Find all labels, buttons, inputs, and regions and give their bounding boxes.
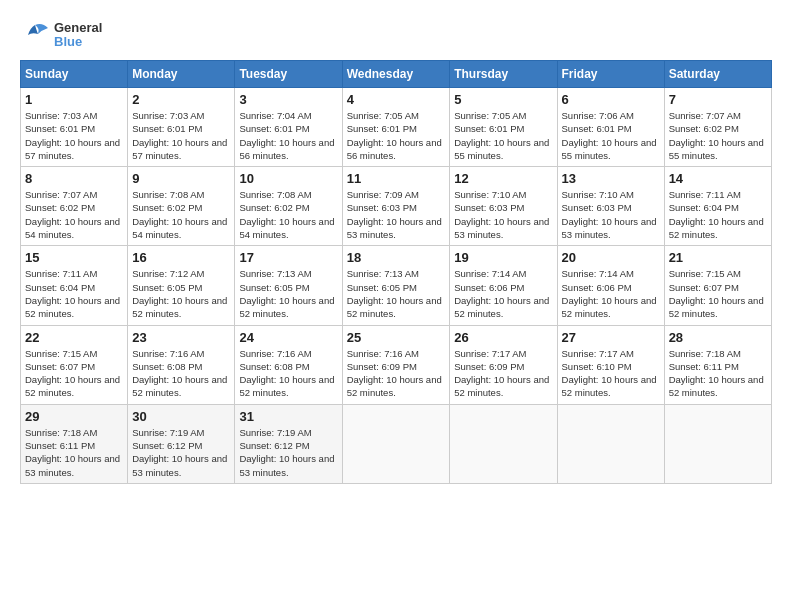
day-number: 7 (669, 92, 767, 107)
calendar-cell: 27Sunrise: 7:17 AMSunset: 6:10 PMDayligh… (557, 325, 664, 404)
day-info: Sunrise: 7:19 AMSunset: 6:12 PMDaylight:… (132, 426, 230, 479)
day-number: 11 (347, 171, 446, 186)
day-number: 3 (239, 92, 337, 107)
day-number: 6 (562, 92, 660, 107)
calendar-cell: 5Sunrise: 7:05 AMSunset: 6:01 PMDaylight… (450, 88, 557, 167)
day-number: 1 (25, 92, 123, 107)
day-info: Sunrise: 7:04 AMSunset: 6:01 PMDaylight:… (239, 109, 337, 162)
day-info: Sunrise: 7:12 AMSunset: 6:05 PMDaylight:… (132, 267, 230, 320)
weekday-header: Thursday (450, 61, 557, 88)
calendar-cell: 9Sunrise: 7:08 AMSunset: 6:02 PMDaylight… (128, 167, 235, 246)
day-info: Sunrise: 7:14 AMSunset: 6:06 PMDaylight:… (454, 267, 552, 320)
day-number: 14 (669, 171, 767, 186)
calendar-cell (557, 404, 664, 483)
day-number: 15 (25, 250, 123, 265)
weekday-header: Sunday (21, 61, 128, 88)
calendar-cell: 20Sunrise: 7:14 AMSunset: 6:06 PMDayligh… (557, 246, 664, 325)
day-number: 27 (562, 330, 660, 345)
calendar-cell: 28Sunrise: 7:18 AMSunset: 6:11 PMDayligh… (664, 325, 771, 404)
day-info: Sunrise: 7:18 AMSunset: 6:11 PMDaylight:… (25, 426, 123, 479)
calendar-cell: 24Sunrise: 7:16 AMSunset: 6:08 PMDayligh… (235, 325, 342, 404)
day-info: Sunrise: 7:13 AMSunset: 6:05 PMDaylight:… (239, 267, 337, 320)
day-info: Sunrise: 7:03 AMSunset: 6:01 PMDaylight:… (132, 109, 230, 162)
calendar-cell: 8Sunrise: 7:07 AMSunset: 6:02 PMDaylight… (21, 167, 128, 246)
day-number: 29 (25, 409, 123, 424)
day-info: Sunrise: 7:16 AMSunset: 6:09 PMDaylight:… (347, 347, 446, 400)
day-number: 13 (562, 171, 660, 186)
weekday-header: Saturday (664, 61, 771, 88)
day-info: Sunrise: 7:17 AMSunset: 6:09 PMDaylight:… (454, 347, 552, 400)
logo-bird-icon (20, 20, 50, 50)
day-info: Sunrise: 7:09 AMSunset: 6:03 PMDaylight:… (347, 188, 446, 241)
day-number: 18 (347, 250, 446, 265)
calendar-cell: 30Sunrise: 7:19 AMSunset: 6:12 PMDayligh… (128, 404, 235, 483)
calendar-cell (664, 404, 771, 483)
day-info: Sunrise: 7:07 AMSunset: 6:02 PMDaylight:… (25, 188, 123, 241)
calendar-cell: 23Sunrise: 7:16 AMSunset: 6:08 PMDayligh… (128, 325, 235, 404)
day-info: Sunrise: 7:11 AMSunset: 6:04 PMDaylight:… (25, 267, 123, 320)
weekday-header: Tuesday (235, 61, 342, 88)
calendar-cell: 12Sunrise: 7:10 AMSunset: 6:03 PMDayligh… (450, 167, 557, 246)
calendar-cell: 22Sunrise: 7:15 AMSunset: 6:07 PMDayligh… (21, 325, 128, 404)
day-number: 10 (239, 171, 337, 186)
weekday-header: Wednesday (342, 61, 450, 88)
calendar-week-row: 1Sunrise: 7:03 AMSunset: 6:01 PMDaylight… (21, 88, 772, 167)
day-number: 5 (454, 92, 552, 107)
logo-text-line1: General (54, 21, 102, 35)
calendar-cell: 1Sunrise: 7:03 AMSunset: 6:01 PMDaylight… (21, 88, 128, 167)
day-number: 9 (132, 171, 230, 186)
day-number: 26 (454, 330, 552, 345)
day-info: Sunrise: 7:16 AMSunset: 6:08 PMDaylight:… (132, 347, 230, 400)
logo-text-line2: Blue (54, 35, 102, 49)
day-info: Sunrise: 7:15 AMSunset: 6:07 PMDaylight:… (25, 347, 123, 400)
calendar-cell: 29Sunrise: 7:18 AMSunset: 6:11 PMDayligh… (21, 404, 128, 483)
day-info: Sunrise: 7:05 AMSunset: 6:01 PMDaylight:… (454, 109, 552, 162)
calendar-cell: 19Sunrise: 7:14 AMSunset: 6:06 PMDayligh… (450, 246, 557, 325)
day-number: 8 (25, 171, 123, 186)
day-info: Sunrise: 7:17 AMSunset: 6:10 PMDaylight:… (562, 347, 660, 400)
day-info: Sunrise: 7:19 AMSunset: 6:12 PMDaylight:… (239, 426, 337, 479)
day-number: 25 (347, 330, 446, 345)
calendar-cell: 16Sunrise: 7:12 AMSunset: 6:05 PMDayligh… (128, 246, 235, 325)
day-number: 22 (25, 330, 123, 345)
logo: General Blue (20, 20, 102, 50)
day-number: 20 (562, 250, 660, 265)
day-info: Sunrise: 7:10 AMSunset: 6:03 PMDaylight:… (454, 188, 552, 241)
calendar-cell: 6Sunrise: 7:06 AMSunset: 6:01 PMDaylight… (557, 88, 664, 167)
day-info: Sunrise: 7:08 AMSunset: 6:02 PMDaylight:… (132, 188, 230, 241)
day-number: 31 (239, 409, 337, 424)
calendar-cell: 4Sunrise: 7:05 AMSunset: 6:01 PMDaylight… (342, 88, 450, 167)
day-info: Sunrise: 7:14 AMSunset: 6:06 PMDaylight:… (562, 267, 660, 320)
day-info: Sunrise: 7:06 AMSunset: 6:01 PMDaylight:… (562, 109, 660, 162)
day-number: 2 (132, 92, 230, 107)
day-info: Sunrise: 7:10 AMSunset: 6:03 PMDaylight:… (562, 188, 660, 241)
calendar-cell: 2Sunrise: 7:03 AMSunset: 6:01 PMDaylight… (128, 88, 235, 167)
day-number: 30 (132, 409, 230, 424)
calendar-cell: 15Sunrise: 7:11 AMSunset: 6:04 PMDayligh… (21, 246, 128, 325)
calendar-header-row: SundayMondayTuesdayWednesdayThursdayFrid… (21, 61, 772, 88)
calendar-cell (450, 404, 557, 483)
calendar-cell: 13Sunrise: 7:10 AMSunset: 6:03 PMDayligh… (557, 167, 664, 246)
page-header: General Blue (20, 20, 772, 50)
day-info: Sunrise: 7:13 AMSunset: 6:05 PMDaylight:… (347, 267, 446, 320)
day-info: Sunrise: 7:08 AMSunset: 6:02 PMDaylight:… (239, 188, 337, 241)
day-info: Sunrise: 7:15 AMSunset: 6:07 PMDaylight:… (669, 267, 767, 320)
day-number: 28 (669, 330, 767, 345)
calendar-cell: 3Sunrise: 7:04 AMSunset: 6:01 PMDaylight… (235, 88, 342, 167)
day-number: 23 (132, 330, 230, 345)
day-number: 21 (669, 250, 767, 265)
day-info: Sunrise: 7:07 AMSunset: 6:02 PMDaylight:… (669, 109, 767, 162)
logo-container: General Blue (20, 20, 102, 50)
weekday-header: Friday (557, 61, 664, 88)
day-number: 19 (454, 250, 552, 265)
day-info: Sunrise: 7:11 AMSunset: 6:04 PMDaylight:… (669, 188, 767, 241)
calendar-cell: 17Sunrise: 7:13 AMSunset: 6:05 PMDayligh… (235, 246, 342, 325)
day-info: Sunrise: 7:03 AMSunset: 6:01 PMDaylight:… (25, 109, 123, 162)
day-number: 24 (239, 330, 337, 345)
calendar-week-row: 15Sunrise: 7:11 AMSunset: 6:04 PMDayligh… (21, 246, 772, 325)
calendar-cell: 18Sunrise: 7:13 AMSunset: 6:05 PMDayligh… (342, 246, 450, 325)
calendar-cell: 14Sunrise: 7:11 AMSunset: 6:04 PMDayligh… (664, 167, 771, 246)
calendar-cell: 21Sunrise: 7:15 AMSunset: 6:07 PMDayligh… (664, 246, 771, 325)
calendar-cell: 11Sunrise: 7:09 AMSunset: 6:03 PMDayligh… (342, 167, 450, 246)
calendar-table: SundayMondayTuesdayWednesdayThursdayFrid… (20, 60, 772, 484)
